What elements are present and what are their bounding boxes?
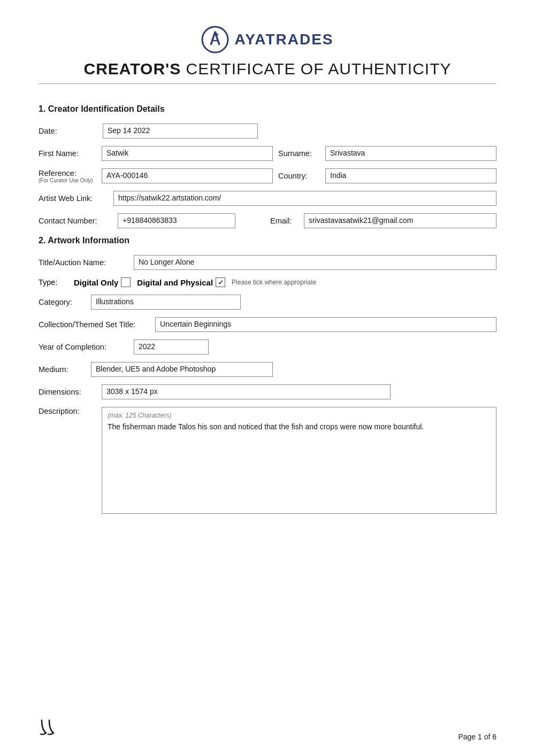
- contact-col: Contact Number: +918840863833: [39, 213, 265, 228]
- footer-logo: [39, 718, 62, 741]
- surname-col: Surname: Srivastava: [278, 146, 496, 161]
- digital-only-text: Digital Only: [74, 278, 118, 287]
- section2-title: 2. Artwork Information: [39, 236, 496, 245]
- type-note: Please tick where appropriate: [232, 279, 316, 286]
- category-input[interactable]: Illustrations: [91, 295, 241, 310]
- description-label: Description:: [39, 407, 97, 415]
- dimensions-label: Dimensions:: [39, 388, 97, 396]
- section1-title: 1. Creator Identification Details: [39, 104, 496, 114]
- page: AYATRADES CREATOR'S CERTIFICATE OF AUTHE…: [0, 0, 535, 756]
- firstname-label: First Name:: [39, 149, 97, 158]
- year-input[interactable]: 2022: [134, 340, 209, 354]
- digital-physical-checkbox[interactable]: ✓: [216, 277, 225, 287]
- contact-label: Contact Number:: [39, 217, 113, 225]
- medium-label: Medium:: [39, 365, 87, 374]
- country-col: Country: India: [278, 168, 496, 183]
- cert-title: CREATOR'S CERTIFICATE OF AUTHENTICITY: [84, 60, 452, 78]
- section1: 1. Creator Identification Details Date: …: [39, 104, 496, 228]
- surname-input[interactable]: Srivastava: [325, 146, 496, 161]
- type-label: Type:: [39, 278, 71, 287]
- email-label: Email:: [270, 217, 300, 225]
- auction-title-label: Title/Auction Name:: [39, 258, 129, 267]
- logo-text: AYATRADES: [234, 31, 333, 48]
- reference-input[interactable]: AYA-000146: [102, 168, 273, 183]
- digital-only-checkbox[interactable]: [121, 277, 131, 287]
- contact-input[interactable]: +918840863833: [118, 213, 235, 228]
- description-box[interactable]: (max. 125 Characters) The fisherman made…: [102, 407, 496, 514]
- footer-page: Page 1 of 6: [458, 732, 496, 741]
- contact-row: Contact Number: +918840863833 Email: sri…: [39, 213, 496, 228]
- email-col: Email: srivastavasatwik21@gmail.com: [270, 213, 496, 228]
- name-row: First Name: Satwik Surname: Srivastava: [39, 146, 496, 161]
- cert-title-rest: CERTIFICATE OF AUTHENTICITY: [181, 60, 451, 78]
- reference-sublabel: (For Curator Use Only): [39, 178, 97, 183]
- reference-col: Reference: (For Curator Use Only) AYA-00…: [39, 168, 273, 183]
- year-label: Year of Completion:: [39, 343, 129, 351]
- medium-input[interactable]: Blender, UE5 and Adobe Photoshop: [91, 362, 273, 377]
- medium-row: Medium: Blender, UE5 and Adobe Photoshop: [39, 362, 496, 377]
- digital-physical-text: Digital and Physical: [137, 278, 213, 287]
- date-row: Date: Sep 14 2022: [39, 124, 496, 138]
- firstname-input[interactable]: Satwik: [102, 146, 273, 161]
- description-row: Description: (max. 125 Characters) The f…: [39, 407, 496, 514]
- weblink-input[interactable]: https://satwik22.artstation.com/: [113, 191, 496, 206]
- dimensions-input[interactable]: 3038 x 1574 px: [102, 384, 391, 399]
- type-row: Type: Digital Only Digital and Physical …: [39, 277, 496, 287]
- header: AYATRADES CREATOR'S CERTIFICATE OF AUTHE…: [39, 26, 496, 99]
- logo-trades: TRADES: [265, 31, 333, 48]
- type-digital-only: Digital Only: [74, 277, 131, 287]
- firstname-col: First Name: Satwik: [39, 146, 273, 161]
- dimensions-row: Dimensions: 3038 x 1574 px: [39, 384, 496, 399]
- category-label: Category:: [39, 298, 87, 306]
- country-label: Country:: [278, 172, 321, 180]
- year-row: Year of Completion: 2022: [39, 340, 496, 354]
- header-divider: [39, 83, 496, 84]
- section2: 2. Artwork Information Title/Auction Nam…: [39, 236, 496, 514]
- date-input[interactable]: Sep 14 2022: [103, 124, 258, 138]
- surname-label: Surname:: [278, 149, 321, 158]
- weblink-row: Artist Web Link: https://satwik22.artsta…: [39, 191, 496, 206]
- category-row: Category: Illustrations: [39, 295, 496, 310]
- email-input[interactable]: srivastavasatwik21@gmail.com: [304, 213, 496, 228]
- date-label: Date:: [39, 127, 97, 135]
- collection-row: Collection/Themed Set Title: Uncertain B…: [39, 317, 496, 332]
- description-text: The fisherman made Talos his son and not…: [108, 422, 491, 431]
- weblink-label: Artist Web Link:: [39, 194, 108, 203]
- auction-title-input[interactable]: No Longer Alone: [134, 255, 496, 270]
- footer: Page 1 of 6: [39, 718, 496, 741]
- svg-point-0: [202, 27, 228, 52]
- description-hint: (max. 125 Characters): [108, 412, 491, 419]
- collection-label: Collection/Themed Set Title:: [39, 320, 151, 329]
- collection-input[interactable]: Uncertain Beginnings: [155, 317, 496, 332]
- logo-aya: AYA: [234, 31, 265, 48]
- logo-icon: [201, 26, 229, 53]
- footer-logo-icon: [39, 718, 62, 737]
- cert-title-bold: CREATOR'S: [84, 60, 181, 78]
- auction-title-row: Title/Auction Name: No Longer Alone: [39, 255, 496, 270]
- type-digital-physical: Digital and Physical ✓: [137, 277, 225, 287]
- logo-area: AYATRADES: [201, 26, 333, 53]
- country-input[interactable]: India: [325, 168, 496, 183]
- ref-row: Reference: (For Curator Use Only) AYA-00…: [39, 168, 496, 183]
- reference-label: Reference: (For Curator Use Only): [39, 169, 97, 183]
